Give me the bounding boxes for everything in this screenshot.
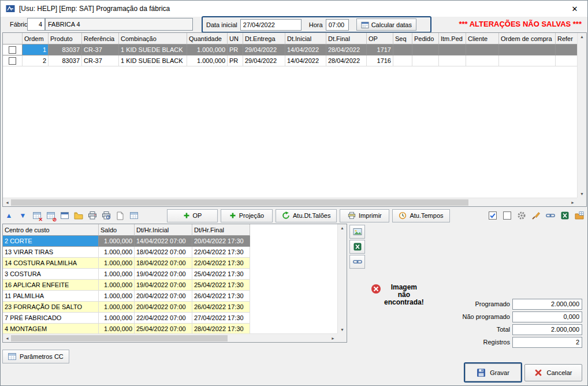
cc-link-button[interactable] xyxy=(349,255,365,269)
export-excel-button[interactable] xyxy=(558,209,571,222)
grid-cell[interactable]: 1.000,000 xyxy=(99,269,135,280)
grid-cell[interactable]: 16 APLICAR ENFEITE xyxy=(3,280,99,291)
column-header[interactable]: Seq xyxy=(393,33,412,44)
print-preview-button[interactable] xyxy=(99,209,113,222)
orders-grid[interactable]: OrdemProdutoReferênciaCombinaçãoQuantida… xyxy=(2,32,587,207)
grid-cell[interactable]: 29/04/2022 xyxy=(243,55,285,66)
grid-cell[interactable]: 3 COSTURA xyxy=(3,269,99,280)
grid-cell[interactable]: PR xyxy=(228,55,243,66)
scroll-down-icon[interactable]: ▼ xyxy=(580,192,584,196)
table-row[interactable]: 16 APLICAR ENFEITE1.000,00019/04/2022 07… xyxy=(3,280,250,291)
grid-cell[interactable]: 20/04/2022 17:30 xyxy=(192,236,250,247)
grid-cell[interactable]: 14/04/2022 07:00 xyxy=(135,236,192,247)
column-header[interactable]: Pedido xyxy=(412,33,439,44)
move-up-button[interactable]: ▲ xyxy=(2,209,16,222)
grid-cell[interactable] xyxy=(499,55,556,66)
grid-cell[interactable] xyxy=(439,55,466,66)
calcular-datas-button[interactable]: Calcular datas xyxy=(356,18,416,31)
grid-cell[interactable]: 1.000,000 xyxy=(99,236,135,247)
link-button[interactable] xyxy=(544,209,557,222)
style-button[interactable] xyxy=(529,209,542,222)
column-header[interactable]: Combinação xyxy=(119,33,187,44)
grid-cell[interactable] xyxy=(412,55,439,66)
column-header[interactable]: Dt/Hr.Inicial xyxy=(135,224,192,236)
table-row[interactable]: 3 COSTURA1.000,00019/04/2022 07:0025/04/… xyxy=(3,269,250,280)
grid-cell[interactable]: 1 KID SUEDE BLACK xyxy=(119,55,187,66)
scroll-track[interactable] xyxy=(11,335,329,342)
orders-horizontal-scrollbar[interactable]: ◄ ► xyxy=(3,198,577,206)
cc-vertical-scrollbar[interactable]: ▲ ▼ xyxy=(337,224,347,333)
grid-cell[interactable]: 1.000,000 xyxy=(99,280,135,291)
column-header[interactable]: Saldo xyxy=(99,224,135,236)
deselect-all-button[interactable] xyxy=(500,209,513,222)
data-inicial-input[interactable] xyxy=(240,19,302,31)
grid-cell[interactable]: 1.000,000 xyxy=(99,258,135,269)
grid-cell[interactable]: 1717 xyxy=(367,44,393,55)
scroll-up-icon[interactable]: ▲ xyxy=(340,226,344,230)
column-header[interactable]: Ordem de compra xyxy=(499,33,556,44)
table-row[interactable]: 283037CR-371 KID SUEDE BLACK1.000,000PR2… xyxy=(3,55,580,66)
grid-cell[interactable]: 14/04/2022 xyxy=(285,44,326,55)
grid-cell[interactable] xyxy=(466,44,499,55)
grid-cell[interactable]: 2 xyxy=(23,55,49,66)
grid-cell[interactable] xyxy=(499,44,556,55)
cancelar-button[interactable]: Cancelar xyxy=(524,364,582,381)
column-header[interactable]: Referência xyxy=(82,33,119,44)
grid-cell[interactable]: 1.000,000 xyxy=(99,313,135,324)
hora-input[interactable] xyxy=(326,19,349,31)
orders-vertical-scrollbar[interactable]: ▲ ▼ xyxy=(577,33,586,198)
grid-cell[interactable]: 27/04/2022 17:30 xyxy=(192,313,250,324)
scroll-down-icon[interactable]: ▼ xyxy=(340,328,344,332)
column-header[interactable]: Cliente xyxy=(466,33,499,44)
new-document-button[interactable] xyxy=(113,209,126,222)
scroll-right-icon[interactable]: ► xyxy=(571,201,575,205)
grid-cell[interactable] xyxy=(556,44,580,55)
grid-cell[interactable]: 22/04/2022 17:30 xyxy=(192,247,250,258)
scroll-thumb[interactable] xyxy=(11,199,468,206)
column-header[interactable]: Itm.Ped xyxy=(439,33,466,44)
scroll-right-icon[interactable]: ► xyxy=(331,336,335,340)
table-row[interactable]: 14 COSTURA PALMILHA1.000,00018/04/2022 0… xyxy=(3,258,250,269)
close-button[interactable]: ✕ xyxy=(562,1,587,17)
grid-cell[interactable]: 25/04/2022 17:30 xyxy=(192,269,250,280)
grid-cell[interactable] xyxy=(439,44,466,55)
column-header[interactable]: Dt.Final xyxy=(326,33,367,44)
image-button[interactable] xyxy=(349,225,365,239)
delete-op-button[interactable]: ✕ xyxy=(30,209,43,222)
imprimir-button[interactable]: Imprimir xyxy=(340,209,389,222)
grid-cell[interactable]: 1.000,000 xyxy=(187,55,228,66)
grid-cell[interactable] xyxy=(393,55,412,66)
select-all-button[interactable] xyxy=(486,209,499,222)
view-grid-button[interactable] xyxy=(58,209,71,222)
grid-cell[interactable]: 11 PALMILHA xyxy=(3,291,99,302)
report-button[interactable] xyxy=(85,209,99,222)
column-header[interactable]: Dt/Hr.Final xyxy=(192,224,250,236)
row-checkbox[interactable] xyxy=(9,57,16,65)
grid-cell[interactable]: 83037 xyxy=(49,55,82,66)
fabrica-code-field[interactable] xyxy=(27,18,45,31)
table-row[interactable]: 11 PALMILHA1.000,00020/04/2022 07:0026/0… xyxy=(3,291,250,302)
table-button[interactable] xyxy=(127,209,140,222)
column-header[interactable]: Dt.Entrega xyxy=(243,33,285,44)
cost-center-grid[interactable]: Centro de custoSaldoDt/Hr.InicialDt/Hr.F… xyxy=(2,224,347,343)
op-button[interactable]: OP xyxy=(167,209,218,222)
grid-cell[interactable]: 18/04/2022 07:00 xyxy=(135,258,192,269)
table-row[interactable]: 7 PRÉ FABRICADO1.000,00022/04/2022 07:00… xyxy=(3,313,250,324)
scroll-left-icon[interactable]: ◄ xyxy=(5,336,9,340)
grid-cell[interactable]: 20/04/2022 07:00 xyxy=(135,291,192,302)
cancel-op-button[interactable]: ⊘ xyxy=(44,209,57,222)
grid-cell[interactable]: 19/04/2022 07:00 xyxy=(135,269,192,280)
grid-cell[interactable] xyxy=(412,44,439,55)
grid-cell[interactable] xyxy=(466,55,499,66)
grid-cell[interactable]: 25/04/2022 17:30 xyxy=(192,280,250,291)
move-down-button[interactable]: ▼ xyxy=(16,209,29,222)
column-header[interactable]: Quantidade xyxy=(187,33,228,44)
scroll-track[interactable] xyxy=(11,199,569,206)
cc-horizontal-scrollbar[interactable]: ◄ ► xyxy=(3,333,337,342)
grid-cell[interactable]: CR-37 xyxy=(82,44,119,55)
grid-cell[interactable]: 1716 xyxy=(367,55,393,66)
column-header[interactable]: Ordem xyxy=(23,33,49,44)
row-checkbox[interactable] xyxy=(9,46,16,54)
grid-cell[interactable]: 28/04/2022 xyxy=(326,44,367,55)
grid-cell[interactable]: 22/04/2022 17:30 xyxy=(192,258,250,269)
